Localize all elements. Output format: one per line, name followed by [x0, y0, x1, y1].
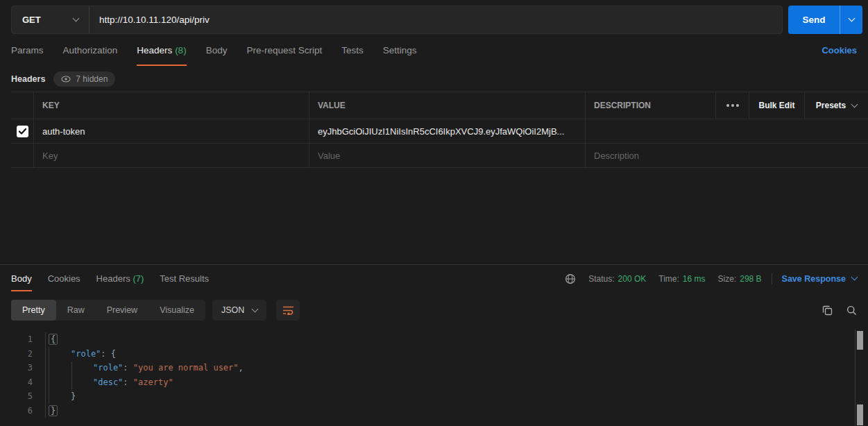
tab-tests[interactable]: Tests: [341, 35, 364, 66]
json-punct: :: [123, 377, 133, 387]
column-description: DESCRIPTION: [585, 92, 715, 119]
presets-dropdown[interactable]: Presets: [804, 92, 868, 119]
json-key: "desc": [93, 377, 123, 387]
code-line: 1 {: [0, 332, 868, 347]
response-tab-cookies[interactable]: Cookies: [48, 266, 80, 291]
indent-guide: [71, 361, 72, 390]
response-tab-test-results[interactable]: Test Results: [160, 266, 209, 291]
response-meta: Status: 200 OK Time: 16 ms Size: 298 B S…: [565, 273, 857, 284]
json-punct: :: [101, 349, 110, 359]
new-key-input[interactable]: Key: [33, 144, 309, 167]
scrollbar-track[interactable]: [855, 330, 865, 425]
table-row: auth-token eyJhbGciOiJIUzI1NiIsInR5cCI6I…: [11, 119, 868, 144]
header-value-cell[interactable]: eyJhbGciOiJIUzI1NiIsInR5cCI6IkpXVCJ9.eyJ…: [309, 119, 585, 143]
view-preview[interactable]: Preview: [96, 300, 148, 321]
scrollbar-thumb[interactable]: [857, 404, 863, 425]
chevron-down-icon: [252, 305, 259, 312]
time-item: Time: 16 ms: [658, 274, 705, 284]
chevron-down-icon: [851, 274, 858, 281]
code-content: "desc": "azerty": [46, 375, 173, 390]
dot-icon: [731, 104, 734, 107]
method-select[interactable]: GET: [12, 6, 90, 33]
time-label: Time:: [658, 274, 679, 284]
format-label: JSON: [221, 305, 244, 315]
code-content: }: [46, 389, 76, 404]
check-icon: [19, 128, 26, 135]
request-url-bar: GET http://10.10.11.120/api/priv Send: [11, 6, 862, 34]
meta-divider: [772, 273, 772, 284]
url-input[interactable]: http://10.10.11.120/api/priv: [90, 6, 782, 33]
globe-icon: [565, 273, 576, 284]
tab-params[interactable]: Params: [11, 35, 44, 66]
size-item: Size: 298 B: [718, 274, 762, 284]
view-pretty[interactable]: Pretty: [11, 300, 56, 321]
code-content: "role": {: [46, 347, 116, 361]
column-value: VALUE: [309, 92, 585, 119]
format-dropdown[interactable]: JSON: [212, 300, 266, 321]
row-check-cell: [11, 119, 33, 143]
fold-brace[interactable]: }: [49, 405, 58, 416]
code-line: 5 }: [0, 389, 868, 404]
time-value: 16 ms: [683, 274, 706, 284]
new-value-input[interactable]: Value: [309, 144, 585, 167]
copy-icon: [822, 305, 833, 316]
request-tabs: Params Authorization Headers (8) Body Pr…: [0, 34, 868, 67]
json-comma: ,: [239, 363, 244, 373]
search-button[interactable]: [846, 305, 857, 316]
code-content: }: [46, 404, 58, 418]
header-key-cell[interactable]: auth-token: [33, 119, 309, 143]
line-number: 6: [0, 404, 46, 418]
header-description-cell[interactable]: [585, 119, 868, 143]
headers-table: KEY VALUE DESCRIPTION Bulk Edit Presets …: [11, 92, 868, 168]
tab-headers-label: Headers: [137, 45, 172, 56]
send-split-button: Send: [788, 6, 862, 34]
url-value: http://10.10.11.120/api/priv: [99, 15, 210, 25]
copy-button[interactable]: [822, 305, 833, 316]
json-string-value: "you are normal user": [133, 363, 239, 373]
view-visualize[interactable]: Visualize: [148, 300, 205, 321]
response-toolbar: Pretty Raw Preview Visualize JSON: [0, 292, 868, 328]
status-value: 200 OK: [618, 274, 647, 284]
response-tab-headers[interactable]: Headers (7): [96, 266, 144, 291]
tab-headers[interactable]: Headers (8): [137, 35, 186, 66]
code-line: 2 "role": {: [0, 347, 868, 361]
line-number: 3: [0, 361, 46, 375]
scrollbar-thumb[interactable]: [857, 331, 863, 350]
dot-icon: [726, 104, 729, 107]
response-tab-body[interactable]: Body: [11, 266, 32, 291]
json-punct: :: [123, 363, 133, 373]
bulk-edit-button[interactable]: Bulk Edit: [749, 92, 804, 119]
tab-authorization[interactable]: Authorization: [63, 35, 118, 66]
hidden-headers-toggle[interactable]: 7 hidden: [53, 71, 115, 87]
response-tab-headers-count: (7): [133, 273, 144, 284]
network-info-button[interactable]: [565, 273, 576, 284]
json-brace: {: [111, 349, 116, 359]
tab-body[interactable]: Body: [206, 35, 228, 66]
send-button[interactable]: Send: [788, 6, 840, 34]
line-number: 4: [0, 375, 46, 390]
fold-brace[interactable]: {: [49, 334, 58, 345]
send-options-button[interactable]: [840, 6, 862, 34]
method-label: GET: [22, 15, 41, 25]
save-response-button[interactable]: Save Response: [782, 274, 857, 284]
response-tabs: Body Cookies Headers (7) Test Results St…: [0, 265, 868, 292]
dot-icon: [736, 104, 739, 107]
json-key: "role": [71, 349, 101, 359]
size-value: 298 B: [740, 274, 761, 284]
response-body-actions: [822, 305, 857, 316]
wrap-text-button[interactable]: [276, 300, 300, 321]
view-raw[interactable]: Raw: [56, 300, 96, 321]
column-key: KEY: [33, 92, 309, 119]
json-string-value: "azerty": [133, 377, 173, 387]
status-item: Status: 200 OK: [588, 274, 646, 284]
cookies-link[interactable]: Cookies: [822, 45, 857, 56]
new-description-input[interactable]: Description: [585, 144, 868, 167]
tab-settings[interactable]: Settings: [383, 35, 417, 66]
more-options-button[interactable]: [715, 92, 749, 119]
tab-prerequest-script[interactable]: Pre-request Script: [246, 35, 322, 66]
eye-icon: [61, 76, 71, 83]
table-header-row: KEY VALUE DESCRIPTION Bulk Edit Presets: [11, 92, 868, 119]
bracket-guide: [49, 347, 49, 404]
code-line: 6 }: [0, 404, 868, 418]
header-enabled-checkbox[interactable]: [17, 126, 28, 137]
